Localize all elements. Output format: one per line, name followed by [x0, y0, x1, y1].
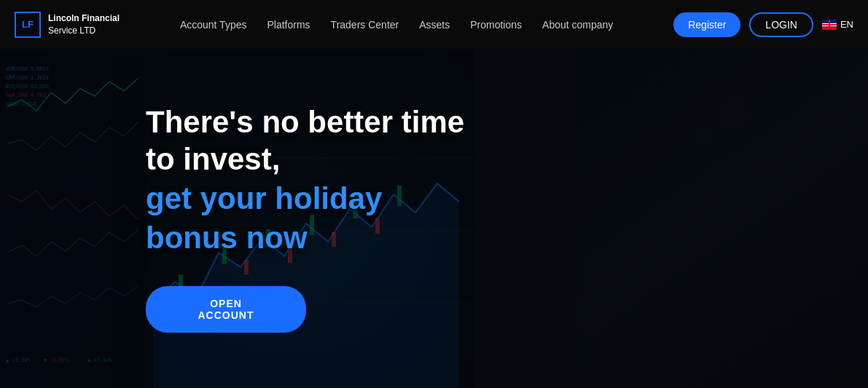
nav-link-about-company[interactable]: About company — [542, 19, 613, 31]
logo-text: Lincoln Financial Service LTD — [48, 12, 120, 37]
hero-content: There's no better time to invest, get yo… — [0, 49, 868, 388]
nav-link-traders-center[interactable]: Traders Center — [331, 19, 399, 31]
nav-item-about-company[interactable]: About company — [542, 18, 613, 31]
open-account-button[interactable]: OPEN ACCOUNT — [146, 286, 306, 333]
login-button[interactable]: LOGIN — [749, 12, 813, 37]
main-nav: Account Types Platforms Traders Center A… — [180, 18, 613, 31]
nav-item-assets[interactable]: Assets — [419, 18, 450, 31]
nav-link-platforms[interactable]: Platforms — [267, 19, 310, 31]
nav-item-platforms[interactable]: Platforms — [267, 18, 310, 31]
flag-icon — [822, 20, 837, 30]
hero-title-line2: to invest, — [146, 141, 510, 178]
nav-link-promotions[interactable]: Promotions — [470, 19, 522, 31]
nav-item-promotions[interactable]: Promotions — [470, 18, 522, 31]
hero-title-line4: bonus now — [146, 220, 510, 256]
header-actions: Register LOGIN EN — [673, 12, 853, 37]
hero-section: EUR/USD 1.0823 GBP/USD 1.2654 BTC/USD 42… — [0, 0, 868, 388]
hero-title-line1: There's no better time — [146, 104, 510, 140]
nav-item-account-types[interactable]: Account Types — [180, 18, 247, 31]
register-button[interactable]: Register — [673, 12, 740, 37]
nav-item-traders-center[interactable]: Traders Center — [331, 18, 399, 31]
hero-title-line3: get your holiday — [146, 181, 510, 217]
nav-link-account-types[interactable]: Account Types — [180, 19, 247, 31]
logo-icon: LF — [15, 12, 41, 38]
main-header: LF Lincoln Financial Service LTD Account… — [0, 0, 868, 49]
nav-link-assets[interactable]: Assets — [419, 19, 450, 31]
nav-menu: Account Types Platforms Traders Center A… — [180, 18, 613, 31]
language-selector[interactable]: EN — [822, 19, 853, 30]
language-code: EN — [840, 19, 853, 30]
logo-area: LF Lincoln Financial Service LTD — [15, 12, 120, 38]
